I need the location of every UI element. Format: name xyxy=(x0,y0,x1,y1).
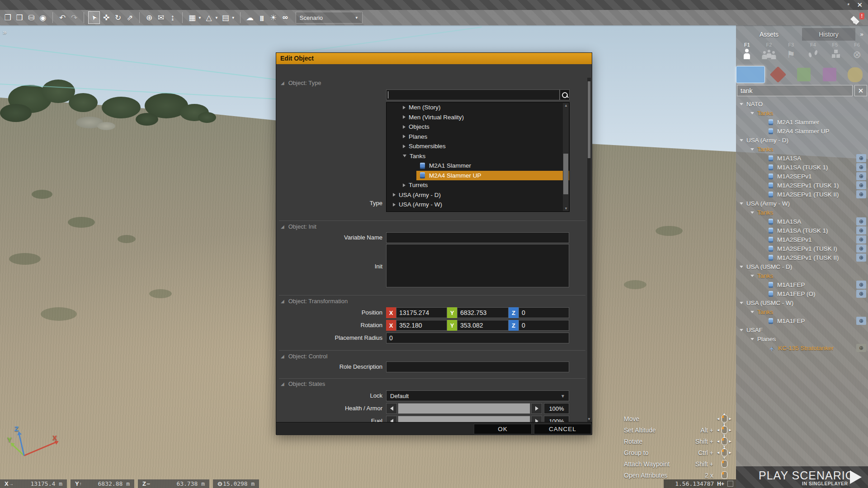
asset-category-button[interactable]: F3 xyxy=(780,42,802,64)
asset-tree-row-m1a1fep[interactable]: M1A1FEP ⊕ xyxy=(736,280,868,289)
asset-tree-row-m1a2sepv1[interactable]: M1A2SEPv1 ⊕ xyxy=(736,235,868,244)
type-tree-row-usa-navy[interactable]: USA (Navy) xyxy=(387,210,569,212)
weather-button[interactable]: ☁ xyxy=(245,12,255,23)
tab-history[interactable]: History xyxy=(802,28,855,41)
asset-tree-row-m1a1fep[interactable]: M1A1FEP ⊕ xyxy=(736,316,868,325)
scrollbar-thumb[interactable] xyxy=(563,154,568,194)
cancel-button[interactable]: CANCEL xyxy=(534,424,591,434)
tutorial-hint-button[interactable]: ! xyxy=(849,14,864,25)
rotation-y-input[interactable] xyxy=(457,320,509,331)
scroll-up-icon[interactable]: ▲ xyxy=(564,103,568,108)
type-tree-row-men-virtual-reality[interactable]: Men (Virtual Reality) xyxy=(387,113,569,122)
asset-tree-row-m1a2sepv1-tusk-1[interactable]: M1A2SEPv1 (TUSK 1) ⊕ xyxy=(736,181,868,190)
asset-tree-row-usa-army-d[interactable]: USA (Army - D) ⊕ xyxy=(736,136,868,145)
section-object-control[interactable]: ◢ Object: Control xyxy=(281,353,327,360)
slider-track[interactable] xyxy=(398,403,530,414)
asset-category-button[interactable]: F2 xyxy=(758,42,780,64)
type-tree-row-usa-army-w[interactable]: USA (Army - W) xyxy=(387,200,569,210)
slider-track[interactable] xyxy=(398,416,530,422)
init-textarea[interactable] xyxy=(386,244,569,287)
panel-more-icon[interactable]: » xyxy=(855,28,868,41)
type-tree-row-usa-army-d[interactable]: USA (Army - D) xyxy=(387,190,569,200)
asset-tree-row-kc-135-stratotanker[interactable]: KC-135 Stratotanker ⊕ xyxy=(736,343,868,352)
asset-tree-row-tanks[interactable]: Tanks ⊕ xyxy=(736,307,868,316)
lock-dropdown[interactable]: Default ▼ xyxy=(386,390,569,401)
terrain-snap-button[interactable]: ⊕ xyxy=(144,12,155,23)
section-object-init[interactable]: ◢ Object: Init xyxy=(281,223,316,230)
asset-tree-row-m1a1fep-o[interactable]: M1A1FEP (O) ⊕ xyxy=(736,289,868,298)
rotation-snap-caret-icon[interactable]: ▼ xyxy=(215,16,218,20)
asset-tree-row-usa-usmc-d[interactable]: USA (USMC - D) ⊕ xyxy=(736,262,868,271)
rotation-z-input[interactable] xyxy=(519,320,569,331)
faction-filter-blufor[interactable] xyxy=(736,66,765,83)
asset-category-button[interactable]: F4 xyxy=(802,42,824,64)
role-description-input[interactable] xyxy=(386,361,569,372)
position-y-input[interactable] xyxy=(457,307,509,318)
type-tree-row-men-story[interactable]: Men (Story) xyxy=(387,103,569,113)
type-tree-row-planes[interactable]: Planes xyxy=(387,132,569,142)
asset-tree-row-usa-usmc-w[interactable]: USA (USMC - W) ⊕ xyxy=(736,298,868,307)
faction-filter-opfor[interactable] xyxy=(765,69,791,80)
type-tree-row-turrets[interactable]: Turrets xyxy=(387,180,569,190)
asset-tree-row-tanks[interactable]: Tanks ⊕ xyxy=(736,271,868,280)
grid-snap-button[interactable]: ▦ xyxy=(187,12,198,23)
scroll-down-icon[interactable]: ▼ xyxy=(587,417,591,421)
section-object-transformation[interactable]: ◢ Object: Transformation xyxy=(281,298,348,305)
type-tree-row-tanks[interactable]: Tanks xyxy=(387,151,569,161)
type-tree-scrollbar[interactable]: ▲ ▼ xyxy=(563,103,569,211)
left-panel-expand-icon[interactable]: » xyxy=(3,28,6,36)
section-object-states[interactable]: ◢ Object: States xyxy=(281,380,325,387)
rotate-tool-button[interactable]: ↻ xyxy=(113,12,123,23)
faction-filter-empty[interactable] xyxy=(842,67,868,82)
asset-tree-row-m1a1sa-tusk-1[interactable]: M1A1SA (TUSK 1) ⊕ xyxy=(736,163,868,172)
asset-tree-row-m1a2sepv1-tusk-ii[interactable]: M1A2SEPv1 (TUSK II) ⊕ xyxy=(736,253,868,262)
position-x-input[interactable] xyxy=(396,307,447,318)
dialog-scrollbar[interactable] xyxy=(587,78,591,422)
asset-tree-row-tanks[interactable]: Tanks ⊕ xyxy=(736,208,868,217)
scenario-phase-dropdown[interactable]: Scenario ▼ xyxy=(296,12,363,23)
asset-category-button[interactable]: F5 xyxy=(824,42,846,64)
asset-tree-row-m1a2sepv1-tusk-i[interactable]: M1A2SEPv1 (TUSK I) ⊕ xyxy=(736,244,868,253)
type-tree-row-m2a1-slammer[interactable]: M2A1 Slammer xyxy=(387,161,569,171)
redo-button[interactable]: ↷ xyxy=(69,12,80,23)
save-scenario-button[interactable]: ⛁ xyxy=(26,12,37,23)
type-tree-row-objects[interactable]: Objects xyxy=(387,122,569,132)
asset-tree-row-m1a1sa-tusk-1[interactable]: M1A1SA (TUSK 1) ⊕ xyxy=(736,226,868,235)
grid-snap-caret-icon[interactable]: ▼ xyxy=(198,16,202,20)
asset-category-button[interactable]: F1 xyxy=(736,42,758,64)
ok-button[interactable]: OK xyxy=(474,424,532,434)
asset-tree-row-usaf[interactable]: USAF ⊕ xyxy=(736,325,868,334)
asset-category-button[interactable]: F6 xyxy=(846,42,868,64)
asset-tree-row-m1a1sa[interactable]: M1A1SA ⊕ xyxy=(736,154,868,163)
select-tool-button[interactable]: ➤ xyxy=(88,11,100,24)
ruler-caret-icon[interactable]: ▼ xyxy=(231,16,235,20)
asset-tree-row-m2a4-slammer-up[interactable]: M2A4 Slammer UP ⊕ xyxy=(736,127,868,136)
tab-assets[interactable]: Assets xyxy=(736,28,802,41)
asset-tree-row-m1a2sepv1-tusk-ii[interactable]: M1A2SEPv1 (TUSK II) ⊕ xyxy=(736,190,868,199)
asset-tree-row-tanks[interactable]: Tanks ⊕ xyxy=(736,145,868,154)
asset-tree-row-nato[interactable]: NATO ⊕ xyxy=(736,99,868,108)
variable-name-input[interactable] xyxy=(386,232,569,243)
placement-radius-input[interactable] xyxy=(386,333,569,343)
slider-decrease-button[interactable] xyxy=(386,403,397,414)
play-scenario-button[interactable]: PLAY SCENARIO IN SINGLEPLAYER xyxy=(736,466,868,488)
asset-tree-row-usa-army-w[interactable]: USA (Army - W) ⊕ xyxy=(736,199,868,208)
ruler-button[interactable]: ▤ xyxy=(220,12,231,23)
vertical-snap-button[interactable]: ↨ xyxy=(167,12,178,23)
surface-snap-button[interactable]: ✉ xyxy=(156,12,166,23)
brightness-button[interactable]: ☀ xyxy=(268,12,279,23)
close-window-icon[interactable]: ✕ xyxy=(854,0,865,10)
type-search-input[interactable] xyxy=(386,89,560,100)
new-scenario-button[interactable]: ❐ xyxy=(2,12,13,23)
rotation-snap-button[interactable]: △ xyxy=(203,12,214,23)
rotation-x-input[interactable] xyxy=(396,320,447,331)
asset-tree-row-tanks[interactable]: Tanks ⊕ xyxy=(736,108,868,117)
slider-increase-button[interactable] xyxy=(531,416,542,422)
asset-tree-row-planes[interactable]: Planes ⊕ xyxy=(736,334,868,343)
asset-tree-row-m1a1sa[interactable]: M1A1SA ⊕ xyxy=(736,217,868,226)
undo-button[interactable]: ↶ xyxy=(57,12,68,23)
daytime-button[interactable]: ||| xyxy=(256,12,267,23)
dialog-title[interactable]: Edit Object xyxy=(276,53,592,64)
type-tree-row-m2a4-slammer-up[interactable]: M2A4 Slammer UP xyxy=(416,171,569,181)
asset-tree-row-m2a1-slammer[interactable]: M2A1 Slammer ⊕ xyxy=(736,117,868,127)
